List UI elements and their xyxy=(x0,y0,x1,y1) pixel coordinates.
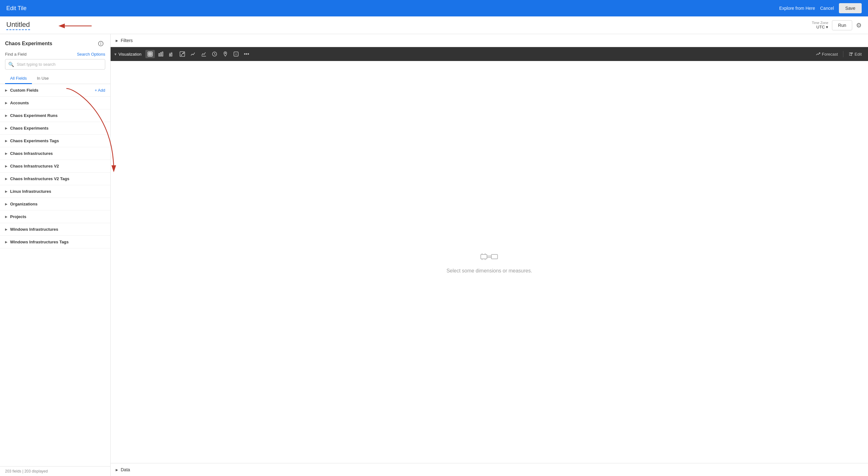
chevron-right-icon: ▶ xyxy=(5,228,8,231)
chevron-right-icon: ▶ xyxy=(5,89,8,92)
content-area: ▶ Filters ▾ Visualization xyxy=(111,34,868,476)
timeline-viz-icon[interactable] xyxy=(210,50,219,58)
field-group-chaos-experiments-tags: ▶ Chaos Experiments Tags xyxy=(0,135,110,147)
svg-rect-13 xyxy=(169,53,170,55)
filters-label: Filters xyxy=(121,38,133,43)
line-chart-viz-icon[interactable] xyxy=(188,50,198,58)
field-group-header-chaos-infrastructures-v2[interactable]: ▶ Chaos Infrastructures V2 xyxy=(0,160,110,172)
svg-text:6: 6 xyxy=(236,53,237,56)
svg-point-22 xyxy=(225,53,226,54)
decorative-arrow xyxy=(111,82,145,193)
chevron-right-icon: ▶ xyxy=(5,190,8,193)
field-group-header-chaos-experiments[interactable]: ▶ Chaos Experiments xyxy=(0,122,110,134)
scatter-viz-icon[interactable] xyxy=(178,50,187,58)
svg-rect-4 xyxy=(148,52,152,56)
viz-chevron-icon: ▾ xyxy=(114,52,117,57)
svg-rect-31 xyxy=(491,255,498,259)
tile-title[interactable]: Untitled xyxy=(6,21,30,30)
bar-chart-viz-icon[interactable] xyxy=(156,50,165,58)
table-viz-icon[interactable] xyxy=(145,50,155,58)
search-input[interactable] xyxy=(5,59,105,69)
header-actions: Explore from Here Cancel Save xyxy=(779,3,862,13)
sidebar-header: Chaos Experiments xyxy=(0,34,110,51)
viz-toolbar: ▾ Visualization xyxy=(111,47,868,61)
stacked-bar-viz-icon[interactable] xyxy=(167,50,176,58)
data-collapsible-header[interactable]: ▶ Data xyxy=(111,463,868,476)
explore-from-here-link[interactable]: Explore from Here xyxy=(779,6,815,11)
settings-gear-icon[interactable]: ⚙ xyxy=(856,22,862,29)
field-group-chaos-infrastructures: ▶ Chaos Infrastructures xyxy=(0,147,110,160)
viz-divider xyxy=(843,51,843,57)
tab-in-use[interactable]: In Use xyxy=(32,73,54,84)
header: Edit Tile Explore from Here Cancel Save xyxy=(0,0,868,17)
timezone-label: Time Zone xyxy=(812,21,828,25)
data-section: ▶ Data xyxy=(111,463,868,476)
field-group-header-chaos-experiments-tags[interactable]: ▶ Chaos Experiments Tags xyxy=(0,135,110,147)
field-group-chaos-infrastructures-v2-tags: ▶ Chaos Infrastructures V2 Tags xyxy=(0,173,110,185)
viz-label: ▾ Visualization xyxy=(114,52,142,57)
chevron-right-icon: ▶ xyxy=(5,126,8,130)
area-chart-viz-icon[interactable] xyxy=(199,50,209,58)
run-button[interactable]: Run xyxy=(832,20,852,30)
empty-state: Select some dimensions or measures. xyxy=(446,250,532,274)
field-group-custom-fields: ▶ Custom Fields + Add xyxy=(0,84,110,97)
tab-all-fields[interactable]: All Fields xyxy=(5,73,32,84)
empty-state-icon xyxy=(480,250,498,263)
svg-rect-30 xyxy=(481,255,487,259)
field-group-header-chaos-experiment-runs[interactable]: ▶ Chaos Experiment Runs xyxy=(0,109,110,122)
svg-point-17 xyxy=(181,55,182,55)
map-viz-icon[interactable] xyxy=(221,50,230,58)
save-button[interactable]: Save xyxy=(839,3,862,13)
chevron-right-icon: ▶ xyxy=(5,101,8,105)
filters-section: ▶ Filters xyxy=(111,34,868,47)
svg-point-18 xyxy=(182,53,183,54)
field-list: ▶ Custom Fields + Add ▶ Accounts xyxy=(0,84,110,466)
field-group-header-projects[interactable]: ▶ Projects xyxy=(0,210,110,223)
timezone-selector[interactable]: Time Zone UTC ▾ xyxy=(812,21,828,29)
chevron-right-icon: ▶ xyxy=(5,177,8,180)
cancel-button[interactable]: Cancel xyxy=(820,6,834,11)
header-title: Edit Tile xyxy=(6,5,779,12)
field-group-header-chaos-infrastructures-v2-tags[interactable]: ▶ Chaos Infrastructures V2 Tags xyxy=(0,173,110,185)
chevron-right-icon: ▶ xyxy=(5,240,8,244)
field-group-header-linux-infrastructures[interactable]: ▶ Linux Infrastructures xyxy=(0,185,110,198)
sidebar-info-icon[interactable] xyxy=(96,39,105,48)
field-group-windows-infrastructures-tags: ▶ Windows Infrastructures Tags xyxy=(0,236,110,248)
empty-state-text: Select some dimensions or measures. xyxy=(446,268,532,274)
chevron-right-icon: ▶ xyxy=(5,114,8,117)
svg-rect-11 xyxy=(162,52,163,56)
status-bar: 203 fields | 203 displayed xyxy=(0,466,110,476)
field-group-linux-infrastructures: ▶ Linux Infrastructures xyxy=(0,185,110,198)
viz-edit-button[interactable]: Edit xyxy=(846,50,864,58)
more-viz-icon[interactable]: ••• xyxy=(242,50,251,58)
svg-rect-9 xyxy=(159,54,160,56)
chevron-right-icon: ▶ xyxy=(5,202,8,206)
main-layout: Chaos Experiments Find a Field Search Op… xyxy=(0,34,868,476)
chevron-right-icon: ▶ xyxy=(5,215,8,218)
filters-collapsible-header[interactable]: ▶ Filters xyxy=(111,34,868,47)
add-custom-fields-button[interactable]: + Add xyxy=(94,88,105,93)
svg-rect-15 xyxy=(171,53,172,54)
search-box-container: 🔍 xyxy=(5,59,105,69)
search-options-link[interactable]: Search Options xyxy=(77,52,105,57)
sidebar-title: Chaos Experiments xyxy=(5,41,52,47)
find-field-label: Find a Field xyxy=(5,52,27,57)
field-group-header-accounts[interactable]: ▶ Accounts xyxy=(0,97,110,109)
field-group-chaos-experiment-runs: ▶ Chaos Experiment Runs xyxy=(0,109,110,122)
field-group-header-windows-infrastructures[interactable]: ▶ Windows Infrastructures xyxy=(0,223,110,235)
field-group-chaos-experiments: ▶ Chaos Experiments xyxy=(0,122,110,135)
svg-rect-10 xyxy=(160,53,161,56)
timezone-value: UTC ▾ xyxy=(816,25,829,29)
field-group-header-custom-fields[interactable]: ▶ Custom Fields + Add xyxy=(0,84,110,96)
forecast-button[interactable]: Forecast xyxy=(813,50,840,58)
field-tabs: All Fields In Use xyxy=(0,73,110,84)
title-bar: Untitled Time Zone UTC ▾ Run ⚙ xyxy=(0,17,868,34)
field-group-header-organizations[interactable]: ▶ Organizations xyxy=(0,198,110,210)
fields-status: 203 fields | 203 displayed xyxy=(5,469,48,473)
chevron-right-icon: ▶ xyxy=(5,139,8,143)
number-viz-icon[interactable]: 6 xyxy=(231,50,241,58)
field-group-windows-infrastructures: ▶ Windows Infrastructures xyxy=(0,223,110,236)
field-group-header-chaos-infrastructures[interactable]: ▶ Chaos Infrastructures xyxy=(0,147,110,159)
field-group-accounts: ▶ Accounts xyxy=(0,97,110,109)
field-group-header-windows-infrastructures-tags[interactable]: ▶ Windows Infrastructures Tags xyxy=(0,236,110,248)
